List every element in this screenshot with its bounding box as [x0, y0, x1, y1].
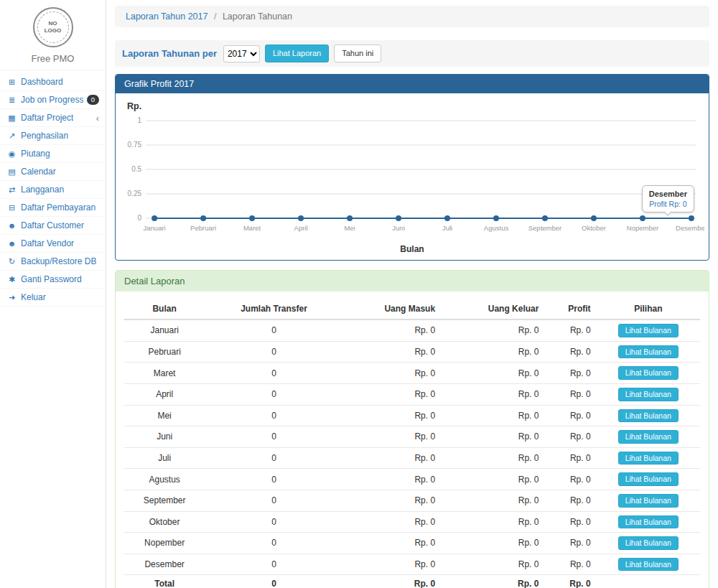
- table-row: Desember0Rp. 0Rp. 0Rp. 0Lihat Bulanan: [124, 554, 700, 575]
- cell-transfer: 0: [205, 383, 342, 405]
- svg-text:Maret: Maret: [243, 224, 261, 232]
- table-row: Mei0Rp. 0Rp. 0Rp. 0Lihat Bulanan: [124, 405, 700, 426]
- lihat-bulanan-button[interactable]: Lihat Bulanan: [618, 558, 679, 571]
- brand-name: Free PMO: [0, 53, 106, 64]
- svg-text:Juni: Juni: [392, 224, 404, 232]
- sign-out-icon: ➜: [6, 293, 17, 302]
- table-total-row: Total0Rp. 0Rp. 0Rp. 0: [124, 575, 700, 588]
- filter-label: Laporan Tahunan per: [122, 48, 217, 59]
- lihat-bulanan-button[interactable]: Lihat Bulanan: [618, 494, 679, 508]
- lihat-bulanan-button[interactable]: Lihat Bulanan: [618, 452, 679, 465]
- table-row: Agustus0Rp. 0Rp. 0Rp. 0Lihat Bulanan: [124, 469, 700, 490]
- svg-text:0: 0: [138, 214, 142, 222]
- lihat-bulanan-button[interactable]: Lihat Bulanan: [618, 345, 679, 359]
- chart-tooltip-value: Profit Rp: 0: [649, 200, 687, 208]
- column-header-uang-keluar: Uang Keluar: [441, 299, 544, 319]
- table-row: Nopember0Rp. 0Rp. 0Rp. 0Lihat Bulanan: [124, 533, 700, 554]
- cell-in: Rp. 0: [343, 341, 441, 363]
- svg-text:1: 1: [138, 116, 142, 124]
- refresh-icon: ↻: [6, 257, 17, 266]
- svg-text:Desember: Desember: [676, 224, 704, 232]
- cell-action: Lihat Bulanan: [597, 383, 700, 405]
- cell-out: Rp. 0: [441, 490, 544, 511]
- sidebar-item-backup-restore-db[interactable]: ↻Backup/Restore DB: [0, 253, 106, 271]
- sidebar-item-daftar-vendor[interactable]: ☻Daftar Vendor: [0, 235, 106, 253]
- breadcrumb-link-laporan-tahun[interactable]: Laporan Tahun 2017: [126, 11, 208, 22]
- sidebar-item-langganan[interactable]: ⇄Langganan: [0, 181, 106, 199]
- column-header-bulan: Bulan: [124, 299, 205, 319]
- cell-profit: Rp. 0: [544, 341, 596, 363]
- cell-profit: Rp. 0: [544, 575, 596, 588]
- cell-profit: Rp. 0: [544, 490, 596, 511]
- sidebar-item-keluar[interactable]: ➜Keluar: [0, 289, 106, 307]
- sidebar-item-calendar[interactable]: ▤Calendar: [0, 163, 106, 181]
- cell-month: Juli: [124, 447, 205, 469]
- cell-out: Rp. 0: [441, 405, 544, 426]
- svg-text:Agustus: Agustus: [484, 224, 509, 232]
- sidebar-item-label: Penghasilan: [21, 131, 68, 141]
- cell-out: Rp. 0: [441, 341, 544, 363]
- tahun-ini-button[interactable]: Tahun ini: [334, 45, 381, 62]
- svg-text:Juli: Juli: [442, 224, 452, 232]
- cell-out: Rp. 0: [441, 469, 544, 490]
- cell-month: Desember: [124, 554, 205, 575]
- cell-profit: Rp. 0: [544, 511, 596, 533]
- cell-profit: Rp. 0: [544, 447, 596, 469]
- lihat-bulanan-button[interactable]: Lihat Bulanan: [618, 366, 679, 380]
- cell-month: April: [124, 383, 205, 405]
- cell-profit: Rp. 0: [544, 469, 596, 490]
- cell-transfer: 0: [205, 469, 342, 490]
- lihat-laporan-button[interactable]: Lihat Laporan: [265, 45, 329, 62]
- cell-month: Juni: [124, 426, 205, 448]
- sidebar-menu: ⊞Dashboard≣Job on Progress0▦Daftar Proje…: [0, 73, 106, 307]
- column-header-jumlah-transfer: Jumlah Transfer: [205, 299, 342, 319]
- cell-action: Lihat Bulanan: [597, 319, 700, 341]
- chevron-left-icon: ‹: [96, 113, 99, 123]
- users-icon: ☻: [6, 221, 17, 230]
- detail-table: BulanJumlah TransferUang MasukUang Kelua…: [124, 299, 700, 588]
- sidebar-item-dashboard[interactable]: ⊞Dashboard: [0, 73, 106, 91]
- sidebar-item-daftar-customer[interactable]: ☻Daftar Customer: [0, 217, 106, 235]
- sidebar-item-daftar-pembayaran[interactable]: ⊟Daftar Pembayaran: [0, 199, 106, 217]
- lihat-bulanan-button[interactable]: Lihat Bulanan: [618, 324, 679, 337]
- cell-month: Nopember: [124, 533, 205, 554]
- cell-out: Rp. 0: [441, 575, 544, 588]
- cell-transfer: 0: [205, 575, 342, 588]
- table-row: Juli0Rp. 0Rp. 0Rp. 0Lihat Bulanan: [124, 447, 700, 469]
- sidebar-item-job-on-progress[interactable]: ≣Job on Progress0: [0, 91, 106, 109]
- sidebar-item-ganti-password[interactable]: ✱Ganti Password: [0, 271, 106, 289]
- lihat-bulanan-button[interactable]: Lihat Bulanan: [618, 536, 679, 550]
- cell-in: Rp. 0: [343, 383, 441, 405]
- cell-transfer: 0: [205, 490, 342, 511]
- sidebar-item-daftar-project[interactable]: ▦Daftar Project‹: [0, 109, 106, 127]
- year-select[interactable]: 2017: [223, 45, 260, 62]
- cell-action: Lihat Bulanan: [597, 554, 700, 575]
- cell-in: Rp. 0: [343, 575, 441, 588]
- lihat-bulanan-button[interactable]: Lihat Bulanan: [618, 515, 679, 529]
- lihat-bulanan-button[interactable]: Lihat Bulanan: [618, 472, 679, 486]
- detail-panel-title: Detail Laporan: [116, 271, 709, 291]
- sidebar-item-label: Daftar Vendor: [21, 238, 74, 248]
- lihat-bulanan-button[interactable]: Lihat Bulanan: [618, 409, 679, 423]
- sidebar-item-label: Backup/Restore DB: [21, 256, 96, 266]
- lihat-bulanan-button[interactable]: Lihat Bulanan: [618, 388, 679, 401]
- cell-month: Agustus: [124, 469, 205, 490]
- profit-line-chart: 10.750.50.250JanuariPebruariMaretAprilMe…: [120, 112, 704, 244]
- sidebar-item-piutang[interactable]: ◉Piutang: [0, 145, 106, 163]
- sidebar-item-penghasilan[interactable]: ↗Penghasilan: [0, 127, 106, 145]
- cell-action: Lihat Bulanan: [597, 363, 700, 384]
- chart-x-axis-label: Bulan: [120, 244, 704, 254]
- cell-in: Rp. 0: [343, 405, 441, 426]
- svg-text:Nopember: Nopember: [627, 224, 658, 232]
- cell-profit: Rp. 0: [544, 426, 596, 448]
- sidebar-item-label: Calendar: [21, 167, 56, 177]
- cell-month: Total: [124, 575, 205, 588]
- cell-month: Maret: [124, 363, 205, 384]
- users-icon: ☻: [6, 239, 17, 248]
- cell-action: Lihat Bulanan: [597, 341, 700, 363]
- cell-in: Rp. 0: [343, 426, 441, 448]
- table-row: Januari0Rp. 0Rp. 0Rp. 0Lihat Bulanan: [124, 319, 700, 341]
- lihat-bulanan-button[interactable]: Lihat Bulanan: [618, 430, 679, 444]
- breadcrumb-current: Laporan Tahunan: [223, 11, 292, 22]
- svg-text:0.5: 0.5: [131, 165, 141, 173]
